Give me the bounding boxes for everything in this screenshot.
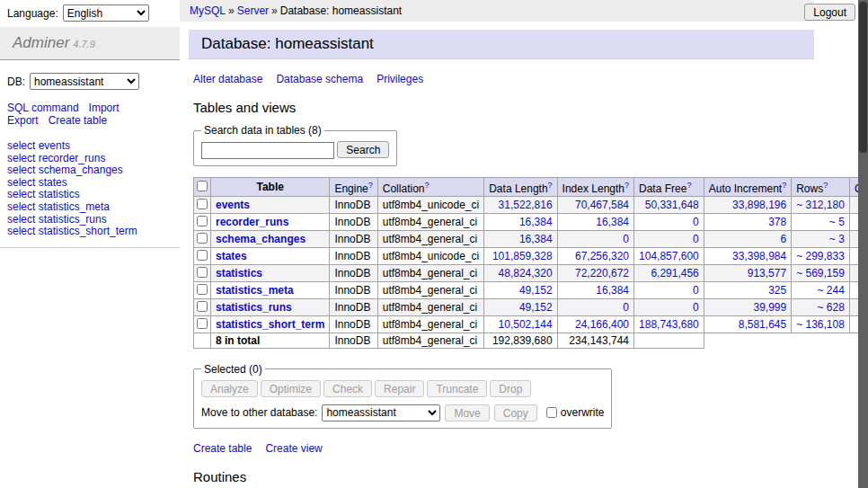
column-help-link[interactable]: ?: [823, 181, 828, 190]
overwrite-checkbox[interactable]: [546, 407, 557, 418]
sidebar-table-link[interactable]: select statistics_short_term: [7, 225, 137, 237]
column-help-link[interactable]: ?: [424, 181, 429, 190]
index-length-value[interactable]: 72,220,672: [575, 267, 629, 279]
db-action-link[interactable]: Alter database: [193, 73, 262, 85]
data-free-value[interactable]: 0: [693, 233, 699, 245]
sidebar-table-link[interactable]: select statistics_runs: [7, 213, 107, 226]
index-length-value[interactable]: 16,384: [596, 216, 629, 228]
row-checkbox[interactable]: [197, 250, 208, 261]
row-checkbox[interactable]: [197, 199, 208, 209]
logout-button[interactable]: Logout: [804, 4, 855, 21]
sidebar-table-link[interactable]: select statistics: [7, 188, 80, 200]
data-length-value[interactable]: 101,859,328: [492, 250, 553, 262]
table-name-link[interactable]: statistics: [216, 267, 262, 279]
auto-increment-value[interactable]: 913,577: [748, 267, 786, 279]
bulk-analyze-button[interactable]: Analyze: [201, 380, 258, 397]
rows-value[interactable]: ~ 5: [829, 216, 845, 228]
table-name-link[interactable]: statistics_runs: [216, 301, 292, 314]
data-length-value[interactable]: 16,384: [519, 233, 553, 245]
table-name-link[interactable]: statistics_short_term: [216, 318, 324, 331]
adminer-logo-link[interactable]: Adminer: [13, 34, 69, 51]
index-length-value[interactable]: 70,467,584: [575, 199, 629, 211]
data-free-value[interactable]: 0: [693, 301, 699, 314]
data-free-value[interactable]: 188,743,680: [639, 318, 699, 331]
table-name-link[interactable]: statistics_meta: [216, 284, 294, 297]
auto-increment-value[interactable]: 33,398,984: [732, 250, 786, 262]
sidebar-table-link[interactable]: select schema_changes: [7, 164, 123, 176]
index-length-value[interactable]: 16,384: [596, 284, 629, 297]
row-checkbox[interactable]: [197, 216, 208, 226]
db-action-link[interactable]: Database schema: [276, 73, 363, 85]
data-length-value[interactable]: 16,384: [519, 216, 553, 228]
select-all-checkbox[interactable]: [197, 181, 208, 191]
move-button[interactable]: Move: [445, 404, 489, 421]
auto-increment-value[interactable]: 378: [768, 216, 786, 228]
row-checkbox[interactable]: [197, 267, 208, 278]
column-help-link[interactable]: ?: [624, 181, 629, 190]
column-help-link[interactable]: ?: [686, 181, 691, 190]
data-length-value[interactable]: 49,152: [519, 301, 553, 314]
data-length-value[interactable]: 31,522,816: [499, 199, 553, 211]
search-button[interactable]: Search: [337, 141, 389, 158]
bulk-drop-button[interactable]: Drop: [490, 380, 531, 397]
scrollbar[interactable]: [858, 0, 868, 488]
create-link[interactable]: Create view: [265, 442, 322, 455]
bulk-truncate-button[interactable]: Truncate: [427, 380, 487, 397]
table-name-link[interactable]: events: [216, 199, 250, 211]
auto-increment-value[interactable]: 33,898,196: [732, 199, 786, 211]
bulk-repair-button[interactable]: Repair: [375, 380, 424, 397]
sidebar-action-link[interactable]: Create table: [49, 114, 107, 127]
column-help-link[interactable]: ?: [368, 181, 373, 190]
data-length-value[interactable]: 10,502,144: [499, 318, 553, 331]
index-length-value[interactable]: 0: [623, 301, 629, 314]
data-length-value[interactable]: 48,824,320: [499, 267, 553, 279]
table-name-link[interactable]: recorder_runs: [216, 216, 288, 228]
rows-value[interactable]: ~ 244: [818, 284, 845, 297]
data-free-value[interactable]: 50,331,648: [645, 199, 699, 211]
auto-increment-value[interactable]: 8,581,645: [739, 318, 786, 331]
sidebar-action-link[interactable]: Import: [89, 102, 120, 114]
scrollbar-thumb[interactable]: [859, 2, 867, 153]
row-checkbox[interactable]: [197, 301, 208, 312]
rows-value[interactable]: ~ 3: [829, 233, 845, 245]
auto-increment-value[interactable]: 39,999: [753, 301, 786, 314]
auto-increment-value[interactable]: 325: [768, 284, 786, 297]
rows-value[interactable]: ~ 299,833: [796, 250, 845, 262]
sidebar-action-link[interactable]: Export: [7, 114, 39, 127]
search-input[interactable]: [201, 142, 334, 159]
table-name-link[interactable]: states: [216, 250, 247, 262]
db-select[interactable]: homeassistant: [30, 73, 139, 90]
data-free-value[interactable]: 6,291,456: [651, 267, 698, 279]
auto-increment-value[interactable]: 6: [780, 233, 786, 245]
sidebar-table-link[interactable]: select recorder_runs: [7, 152, 105, 164]
data-length-value[interactable]: 49,152: [519, 284, 553, 297]
copy-button[interactable]: Copy: [494, 404, 537, 421]
rows-value[interactable]: ~ 569,159: [796, 267, 845, 279]
sidebar-action-link[interactable]: SQL command: [7, 102, 79, 114]
sidebar-table-link[interactable]: select events: [7, 139, 70, 152]
index-length-value[interactable]: 24,166,400: [575, 318, 629, 331]
data-free-value[interactable]: 0: [693, 216, 699, 228]
breadcrumb-link-server[interactable]: Server: [237, 4, 269, 17]
create-link[interactable]: Create table: [193, 442, 252, 455]
data-free-value[interactable]: 104,857,600: [639, 250, 699, 262]
sidebar-table-link[interactable]: select statistics_meta: [7, 200, 110, 213]
rows-value[interactable]: ~ 136,108: [796, 318, 845, 331]
move-db-select[interactable]: homeassistant: [322, 404, 440, 421]
breadcrumb-link-mysql[interactable]: MySQL: [190, 4, 226, 17]
index-length-value[interactable]: 0: [623, 233, 629, 245]
column-help-link[interactable]: ?: [782, 181, 786, 190]
bulk-optimize-button[interactable]: Optimize: [261, 380, 321, 397]
bulk-check-button[interactable]: Check: [323, 380, 372, 397]
data-free-value[interactable]: 0: [693, 284, 699, 297]
rows-value[interactable]: ~ 628: [818, 301, 845, 314]
table-name-link[interactable]: schema_changes: [216, 233, 306, 245]
index-length-value[interactable]: 67,256,320: [575, 250, 629, 262]
row-checkbox[interactable]: [197, 233, 208, 244]
language-select[interactable]: English: [63, 4, 149, 22]
db-action-link[interactable]: Privileges: [376, 73, 423, 85]
row-checkbox[interactable]: [197, 284, 208, 295]
row-checkbox[interactable]: [197, 318, 208, 329]
column-help-link[interactable]: ?: [548, 181, 553, 190]
rows-value[interactable]: ~ 312,180: [796, 199, 845, 211]
